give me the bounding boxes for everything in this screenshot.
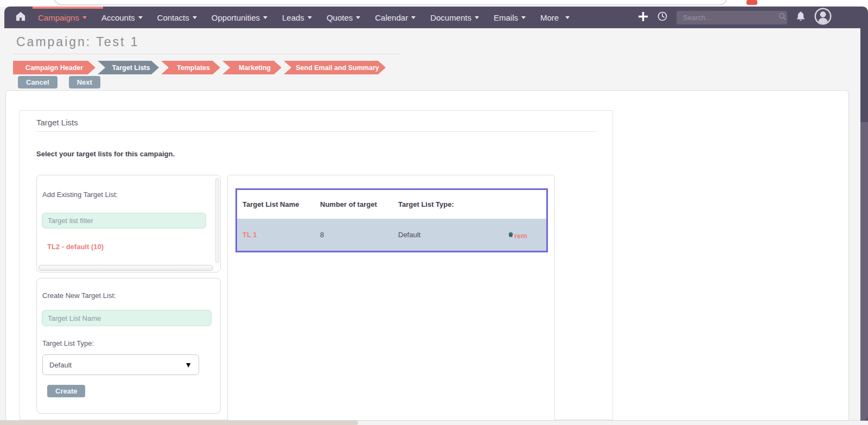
- wizard-step-campaign-header[interactable]: Campaign Header: [13, 61, 95, 74]
- target-list-filter-input[interactable]: [42, 213, 206, 229]
- target-count-value: 8: [315, 231, 393, 239]
- menu-item-documents[interactable]: Documents: [430, 13, 479, 22]
- notifications-button[interactable]: [796, 11, 806, 24]
- menu-item-contacts[interactable]: Contacts: [157, 13, 197, 22]
- history-button[interactable]: [657, 11, 668, 24]
- menu-item-emails[interactable]: Emails: [494, 13, 526, 22]
- top-navbar: Campaigns Accounts Contacts Opportunitie…: [4, 7, 868, 28]
- wizard-step-send-email-summary[interactable]: Send Email and Summary: [284, 61, 386, 74]
- chevron-down-icon: [475, 16, 479, 19]
- search-box: [676, 11, 787, 24]
- horizontal-scrollbar-thumb[interactable]: [39, 265, 213, 271]
- extension-badge: [746, 0, 757, 5]
- instruction-text: Select your target lists for this campai…: [36, 150, 175, 158]
- chevron-down-icon: [308, 16, 312, 19]
- remove-target-list-link[interactable]: rem: [503, 231, 546, 239]
- page-horizontal-scrollbar[interactable]: [0, 420, 860, 425]
- menu-label: Opportunities: [212, 13, 260, 22]
- chevron-down-icon: [193, 16, 197, 19]
- home-button[interactable]: [15, 11, 26, 24]
- user-avatar-icon: [814, 8, 832, 27]
- selected-option: Default: [49, 361, 184, 369]
- search-input[interactable]: [683, 14, 778, 22]
- title-divider: [13, 54, 400, 54]
- menu-item-calendar[interactable]: Calendar: [375, 13, 416, 22]
- cancel-button[interactable]: Cancel: [18, 76, 58, 88]
- plus-icon: [638, 11, 648, 24]
- create-button[interactable]: Create: [47, 385, 85, 397]
- add-existing-target-list-box: Add Existing Target List: TL2 - default …: [36, 175, 221, 272]
- url-bar-edge: [53, 0, 728, 5]
- menu-label: Contacts: [157, 13, 189, 22]
- table-row: TL 1 8 Default rem: [237, 219, 546, 251]
- remove-label: rem: [514, 233, 527, 239]
- profile-button[interactable]: [814, 8, 832, 27]
- menu-item-campaigns[interactable]: Campaigns: [38, 13, 87, 22]
- target-list-type-label: Target List Type:: [42, 339, 94, 347]
- menu-item-opportunities[interactable]: Opportunities: [212, 13, 267, 22]
- menu-item-leads[interactable]: Leads: [282, 13, 312, 22]
- main-menu: Campaigns Accounts Contacts Opportunitie…: [38, 13, 570, 22]
- page-vertical-scrollbar-thumb[interactable]: [860, 122, 868, 421]
- menu-label: Calendar: [375, 13, 408, 22]
- next-button[interactable]: Next: [69, 76, 100, 88]
- column-header-count: Number of target: [315, 200, 393, 208]
- create-new-target-list-box: Create New Target List: Target List Type…: [36, 278, 221, 414]
- menu-label: Documents: [430, 13, 471, 22]
- menu-label: Emails: [494, 13, 518, 22]
- chevron-down-icon: [521, 16, 526, 19]
- active-menu-indicator: [33, 7, 103, 9]
- notification-bell-icon: [796, 11, 806, 24]
- target-list-name-link[interactable]: TL 1: [237, 231, 315, 239]
- menu-label: Quotes: [327, 13, 353, 22]
- quick-create-button[interactable]: [638, 11, 648, 24]
- chevron-down-icon: [82, 16, 87, 19]
- navbar-tools: [638, 7, 832, 28]
- panel-divider: [36, 131, 596, 132]
- menu-label: Accounts: [101, 13, 135, 22]
- page-horizontal-scrollbar-thumb[interactable]: [0, 421, 358, 425]
- wizard-actions: Cancel Next: [18, 76, 100, 88]
- target-list-type-value: Default: [393, 231, 503, 239]
- target-list-type-select[interactable]: Default ▼: [42, 354, 199, 375]
- menu-label: Campaigns: [38, 13, 79, 22]
- selected-target-lists-box: Target List Name Number of target Target…: [227, 175, 555, 421]
- selected-target-lists-table: Target List Name Number of target Target…: [235, 188, 548, 252]
- panel-heading: Target Lists: [36, 118, 78, 127]
- menu-label: Leads: [282, 13, 304, 22]
- chevron-down-icon: [138, 16, 143, 19]
- chevron-down-icon: [263, 16, 267, 19]
- vertical-scrollbar-thumb[interactable]: [215, 178, 219, 263]
- chevron-down-icon: [356, 16, 360, 19]
- campaign-wizard-steps: Campaign Header Target Lists Templates M…: [13, 61, 386, 74]
- target-lists-panel: Target Lists Select your target lists fo…: [20, 110, 613, 420]
- chevron-down-icon: [411, 16, 416, 19]
- page-title: Campaign: Test 1: [16, 35, 139, 49]
- column-header-name: Target List Name: [237, 200, 315, 208]
- home-icon: [15, 11, 26, 24]
- wizard-step-marketing[interactable]: Marketing: [222, 61, 282, 74]
- target-list-name-input[interactable]: [42, 310, 212, 326]
- add-existing-label: Add Existing Target List:: [42, 191, 118, 199]
- menu-label: More: [540, 13, 559, 22]
- wizard-step-templates[interactable]: Templates: [161, 61, 220, 74]
- menu-item-accounts[interactable]: Accounts: [101, 13, 143, 22]
- history-clock-icon: [657, 11, 668, 24]
- table-header-row: Target List Name Number of target Target…: [237, 190, 546, 219]
- trash-icon: [508, 231, 513, 239]
- dropdown-arrow-icon: ▼: [184, 360, 192, 369]
- available-target-list-link[interactable]: TL2 - default (10): [47, 243, 104, 251]
- chevron-down-icon: [565, 16, 570, 19]
- column-header-type: Target List Type:: [393, 200, 503, 208]
- menu-item-quotes[interactable]: Quotes: [327, 13, 360, 22]
- menu-item-more[interactable]: More: [540, 13, 570, 22]
- wizard-content-panel: Target Lists Select your target lists fo…: [5, 90, 849, 420]
- browser-chrome: [0, 0, 868, 7]
- wizard-step-target-lists[interactable]: Target Lists: [98, 61, 159, 74]
- search-icon[interactable]: [778, 12, 787, 23]
- page-vertical-scrollbar[interactable]: [860, 28, 868, 421]
- create-new-label: Create New Target List:: [42, 291, 116, 300]
